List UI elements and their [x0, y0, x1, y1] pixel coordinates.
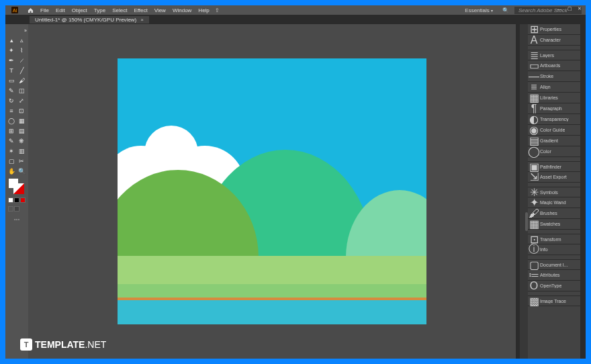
svg-text:Ai: Ai	[13, 8, 17, 13]
fill-stroke-swatch[interactable]	[8, 178, 24, 194]
align-icon: ≡	[531, 84, 537, 91]
paintbrush-tool[interactable]: 🖌	[17, 76, 26, 85]
trans-icon: ◐	[531, 116, 537, 123]
home-icon[interactable]	[26, 5, 35, 15]
shape-builder-tool[interactable]: ◯	[7, 116, 16, 126]
screen-mode-button[interactable]	[8, 206, 13, 212]
panel-label: Character	[540, 38, 561, 42]
workspace-switcher[interactable]: Essentials ▾	[461, 7, 497, 13]
document-tab[interactable]: Untitled-1* @ 150% (CMYK/GPU Preview) ×	[30, 16, 149, 24]
shaper-tool[interactable]: ✎	[7, 86, 16, 95]
menu-select[interactable]: Select	[112, 7, 127, 13]
document-tab-bar: Untitled-1* @ 150% (CMYK/GPU Preview) ×	[5, 15, 586, 24]
rotate-tool[interactable]: ↻	[7, 96, 16, 105]
watermark-suffix: .NET	[85, 339, 106, 350]
drag-handle[interactable]	[525, 212, 528, 231]
color-mode-button[interactable]	[8, 197, 13, 203]
minimize-button[interactable]: —	[555, 5, 564, 12]
lib-icon: ▦	[531, 95, 537, 101]
panel-character[interactable]: ACharacter	[528, 35, 580, 46]
panel-info[interactable]: ⓘInfo	[528, 244, 580, 255]
line-tool[interactable]: ╱	[17, 66, 26, 75]
zoom-tool[interactable]: 🔍	[17, 167, 26, 176]
search-icon: 🔍	[502, 7, 509, 13]
eyedropper-tool[interactable]: ✎	[7, 136, 16, 146]
screen-mode-button[interactable]	[14, 206, 19, 212]
props-icon: ⊞	[531, 26, 537, 33]
menu-object[interactable]: Object	[72, 7, 87, 13]
screen-mode-row	[7, 205, 27, 213]
canvas[interactable]	[28, 24, 516, 359]
hand-tool[interactable]: ✋	[7, 167, 16, 176]
panel-label: Pathfinder	[540, 165, 561, 169]
panel-label: Image Trace	[540, 299, 566, 304]
panel-asset-export[interactable]: ⇲Asset Export	[528, 172, 580, 183]
panel-label: Libraries	[540, 95, 558, 100]
lasso-tool[interactable]: ⌇	[17, 46, 26, 55]
panel-opentype[interactable]: OOpenType	[528, 281, 580, 291]
column-graph-tool[interactable]: ▥	[17, 146, 26, 156]
share-icon[interactable]: ⇪	[215, 7, 220, 13]
edit-toolbar-button[interactable]: •••	[7, 214, 27, 222]
eraser-tool[interactable]: ◫	[17, 86, 26, 95]
menu-help[interactable]: Help	[198, 7, 209, 13]
blend-tool[interactable]: ❋	[17, 136, 26, 146]
color-mode-button[interactable]	[14, 197, 19, 203]
path-icon: ▣	[531, 163, 537, 170]
artboard-tool[interactable]: ▢	[7, 156, 16, 166]
close-icon[interactable]: ×	[140, 17, 144, 23]
tab-label: Untitled-1* @ 150% (CMYK/GPU Preview)	[35, 17, 136, 23]
panel-label: Attributes	[540, 273, 560, 277]
color-mode-button[interactable]	[20, 197, 26, 203]
mesh-tool[interactable]: ⊞	[7, 126, 16, 136]
watermark: T TEMPLATE.NET	[20, 338, 106, 351]
water-shape	[118, 300, 426, 324]
type-tool[interactable]: T	[7, 66, 16, 75]
pen-tool[interactable]: ✒	[7, 56, 16, 65]
symbol-sprayer-tool[interactable]: ✶	[7, 146, 16, 156]
panel-label: Brushes	[540, 211, 557, 216]
slice-tool[interactable]: ✂	[17, 156, 26, 166]
menu-edit[interactable]: Edit	[56, 7, 65, 13]
layers-icon: ≣	[531, 52, 537, 58]
panel-label: Properties	[540, 27, 561, 32]
app-window: — ▢ ✕ Ai FileEditObjectTypeSelectEffectV…	[5, 5, 586, 359]
rectangle-tool[interactable]: ▭	[7, 76, 16, 85]
menu-view[interactable]: View	[154, 7, 166, 13]
window-controls: — ▢ ✕	[555, 5, 584, 12]
free-transform-tool[interactable]: ⊡	[17, 106, 26, 116]
menu-window[interactable]: Window	[173, 7, 191, 13]
panel-collapse-strip[interactable]	[520, 24, 528, 359]
watermark-logo-icon: T	[20, 338, 32, 351]
scale-tool[interactable]: ⤢	[17, 96, 26, 105]
close-button[interactable]: ✕	[575, 5, 584, 12]
menu-type[interactable]: Type	[94, 7, 105, 13]
selection-tool[interactable]: ▴	[7, 36, 16, 45]
panel-color[interactable]: ◯Color	[528, 146, 580, 157]
app-body: » ▴▵✦⌇✒⟋T╱▭🖌✎◫↻⤢≡⊡◯▦⊞▤✎❋✶▥▢✂✋🔍•••	[5, 24, 586, 359]
direct-selection-tool[interactable]: ▵	[17, 36, 26, 45]
panel-image-trace[interactable]: ▩Image Trace	[528, 295, 580, 306]
para-icon: ¶	[531, 105, 537, 112]
curvature-tool[interactable]: ⟋	[17, 56, 26, 65]
brush-icon: 🖌	[531, 210, 537, 217]
panel-dock: ⊞PropertiesACharacter≣Layers▭Artboards—S…	[528, 24, 580, 359]
toolbox-flyout-icon[interactable]: »	[7, 26, 27, 35]
swatch-icon: ▦	[531, 221, 537, 228]
grad-icon: ▤	[531, 138, 537, 144]
scrollbar-panel[interactable]	[580, 24, 586, 359]
menu-effect[interactable]: Effect	[134, 7, 147, 13]
color-icon: ◯	[531, 148, 537, 155]
panel-swatches[interactable]: ▦Swatches	[528, 219, 580, 230]
wand-icon: ✦	[531, 199, 537, 206]
maximize-button[interactable]: ▢	[565, 5, 574, 12]
chevron-down-icon: ▾	[491, 9, 493, 13]
panel-label: Symbols	[540, 190, 558, 195]
width-tool[interactable]: ≡	[7, 106, 16, 116]
gradient-tool[interactable]: ▤	[17, 126, 26, 136]
magic-wand-tool[interactable]: ✦	[7, 46, 16, 55]
attr-icon: ≔	[531, 272, 537, 279]
perspective-tool[interactable]: ▦	[17, 116, 26, 126]
panel-label: Artboards	[540, 63, 560, 68]
menu-file[interactable]: File	[40, 7, 49, 13]
